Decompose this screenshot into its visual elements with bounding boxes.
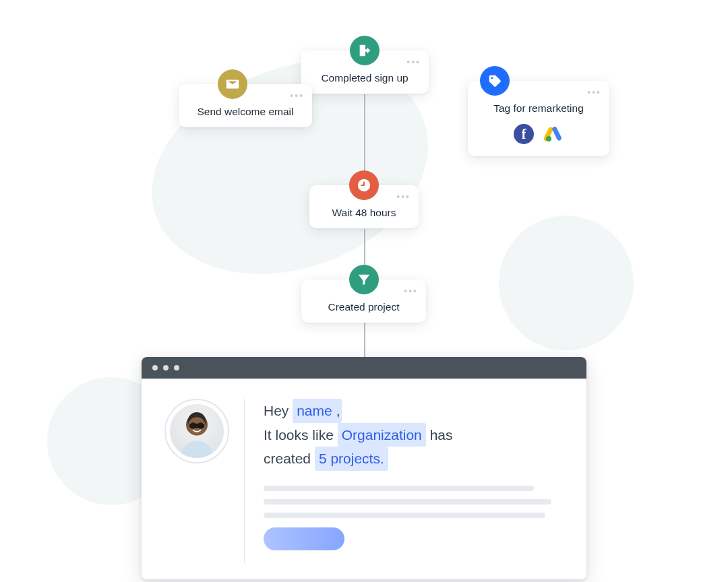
door-icon — [350, 36, 380, 65]
brand-row: f — [483, 124, 595, 144]
cta-button-placeholder[interactable] — [264, 527, 344, 550]
connector-line — [364, 94, 365, 182]
diagram-stage: ••• Completed sign up ••• Send welcome e… — [0, 0, 728, 582]
node-label: Completed sign up — [315, 72, 414, 84]
flow-node-tag-remarketing[interactable]: ••• Tag for remarketing f — [468, 81, 609, 156]
text: has — [426, 427, 453, 443]
vertical-divider — [244, 399, 245, 563]
message-line-3: created 5 projects. — [264, 447, 564, 471]
flow-node-trigger[interactable]: ••• Completed sign up — [301, 51, 429, 94]
window-titlebar — [142, 357, 586, 379]
node-menu-icon[interactable]: ••• — [404, 286, 418, 296]
clock-icon — [349, 170, 379, 200]
message-line-1: Hey name, — [264, 399, 564, 423]
window-dot — [152, 365, 158, 370]
node-label: Tag for remarketing — [483, 102, 595, 115]
message-preview-window: Hey name, It looks like Organization has… — [142, 357, 586, 579]
flow-node-filter[interactable]: ••• Created project — [301, 280, 426, 323]
flow-node-wait[interactable]: ••• Wait 48 hours — [309, 185, 419, 228]
message-line-2: It looks like Organization has — [264, 423, 564, 447]
window-dot — [174, 365, 179, 370]
window-dot — [163, 365, 169, 370]
message-body: Hey name, It looks like Organization has… — [264, 399, 564, 563]
node-label: Send welcome email — [193, 106, 297, 118]
placeholder-line — [264, 499, 551, 505]
text: , — [336, 403, 340, 418]
placeholder-line — [264, 486, 534, 491]
text: It looks like — [264, 427, 338, 443]
background-blob — [499, 216, 634, 350]
svg-point-2 — [546, 136, 551, 141]
funnel-icon — [349, 265, 379, 294]
avatar — [164, 399, 229, 463]
mail-icon — [218, 69, 247, 99]
node-label: Created project — [316, 301, 411, 313]
node-menu-icon[interactable]: ••• — [396, 192, 411, 201]
merge-tag-organization[interactable]: Organization — [338, 423, 426, 447]
facebook-icon: f — [514, 124, 534, 144]
text: Hey — [264, 403, 293, 418]
avatar-image — [170, 404, 224, 458]
tag-icon — [480, 66, 510, 96]
flow-node-send-email[interactable]: ••• Send welcome email — [179, 84, 312, 127]
svg-rect-7 — [189, 424, 204, 428]
placeholder-line — [264, 513, 545, 518]
merge-tag-name[interactable]: name — [293, 399, 336, 423]
text: created — [264, 451, 315, 466]
node-label: Wait 48 hours — [324, 207, 404, 219]
node-menu-icon[interactable]: ••• — [290, 91, 304, 100]
node-menu-icon[interactable]: ••• — [587, 88, 601, 97]
google-ads-icon — [543, 124, 564, 144]
node-menu-icon[interactable]: ••• — [406, 57, 421, 67]
svg-rect-1 — [551, 126, 562, 141]
connector-line — [364, 317, 365, 357]
placeholder-lines — [264, 486, 564, 518]
merge-tag-project-count[interactable]: 5 projects. — [315, 447, 388, 471]
